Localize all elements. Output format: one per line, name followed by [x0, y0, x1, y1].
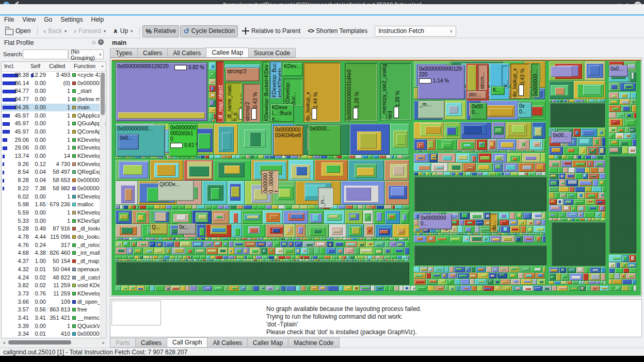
treemap-cell[interactable]	[471, 153, 478, 162]
treemap-cell[interactable]	[581, 100, 584, 102]
treemap-cell[interactable]	[214, 160, 251, 180]
treemap-cell[interactable]	[230, 205, 236, 209]
treemap-cell[interactable]	[478, 273, 488, 278]
treemap-cell[interactable]	[363, 205, 366, 209]
treemap-cell[interactable]	[358, 256, 364, 259]
treemap-cell[interactable]	[549, 173, 558, 179]
treemap-cell[interactable]	[516, 212, 522, 219]
treemap-cell[interactable]	[397, 155, 403, 158]
treemap-cell[interactable]	[156, 241, 163, 247]
treemap-block[interactable]: 0x0000000034034be8	[273, 126, 303, 156]
treemap-cell[interactable]	[549, 212, 558, 217]
treemap-cell[interactable]	[146, 238, 150, 240]
treemap-cell[interactable]	[575, 168, 585, 173]
treemap-cell[interactable]	[575, 187, 585, 191]
treemap-cell[interactable]	[502, 151, 504, 152]
treemap-cell[interactable]	[492, 122, 505, 139]
treemap-cell[interactable]	[604, 281, 605, 284]
treemap-cell[interactable]	[463, 226, 474, 233]
treemap-cell[interactable]	[404, 238, 408, 240]
treemap-cell[interactable]	[160, 205, 166, 209]
treemap-block[interactable]: _in...	[318, 187, 333, 208]
treemap-cell[interactable]	[381, 256, 384, 259]
table-row[interactable]: 4.760.24317_dl_reloca	[2, 241, 106, 250]
treemap-cell[interactable]	[263, 259, 265, 261]
treemap-cell[interactable]	[589, 100, 594, 102]
relative-to-parent-button[interactable]: Relative to Parent	[239, 25, 303, 37]
treemap-cell[interactable]	[163, 238, 168, 240]
treemap-cell[interactable]	[171, 286, 180, 291]
treemap-cell[interactable]	[268, 238, 272, 240]
treemap-cell[interactable]	[568, 286, 578, 291]
treemap-cell[interactable]	[478, 153, 492, 162]
treemap-cell[interactable]	[537, 279, 545, 285]
treemap-block[interactable]: 0x00000000002d1b100.61 %	[169, 124, 198, 157]
treemap-cell[interactable]	[242, 238, 247, 240]
treemap-cell[interactable]	[569, 187, 574, 191]
treemap-cell[interactable]	[461, 233, 463, 235]
treemap-cell[interactable]	[232, 238, 235, 240]
treemap-cell[interactable]	[150, 256, 152, 259]
treemap-cell[interactable]	[536, 273, 544, 278]
treemap-cell[interactable]	[577, 205, 585, 212]
treemap-cell[interactable]	[534, 220, 541, 225]
treemap-cell[interactable]	[371, 205, 376, 209]
treemap-cell[interactable]	[154, 205, 160, 209]
treemap-cell[interactable]	[301, 248, 308, 254]
treemap-cell[interactable]	[130, 259, 132, 261]
treemap-cell[interactable]	[585, 218, 587, 221]
treemap-cell[interactable]	[540, 151, 542, 152]
treemap-cell[interactable]	[227, 155, 232, 158]
treemap-cell[interactable]	[438, 233, 441, 235]
treemap-cell[interactable]	[620, 262, 627, 268]
treemap-cell[interactable]	[549, 205, 561, 212]
treemap-cell[interactable]	[601, 100, 605, 102]
treemap-cell[interactable]	[197, 259, 199, 261]
treemap-cell[interactable]	[518, 233, 520, 235]
treemap-cell[interactable]	[158, 256, 164, 259]
treemap-cell[interactable]	[288, 160, 314, 180]
column-header-self[interactable]: Self	[30, 63, 40, 69]
treemap-cell[interactable]	[314, 248, 319, 254]
treemap-cell[interactable]	[428, 151, 430, 152]
treemap-cell[interactable]	[491, 151, 494, 152]
table-row[interactable]: 29.060.001KDevelop::	[2, 136, 106, 144]
treemap-cell[interactable]	[394, 155, 396, 158]
treemap-cell[interactable]	[266, 241, 272, 247]
treemap-cell[interactable]	[374, 248, 382, 254]
relative-toggle-button[interactable]: %Relative	[142, 25, 179, 37]
treemap-cell[interactable]	[175, 259, 178, 261]
treemap-cell[interactable]	[564, 199, 573, 205]
treemap-cell[interactable]	[552, 286, 556, 291]
treemap-cell[interactable]	[455, 233, 457, 235]
treemap-cell[interactable]	[595, 212, 602, 217]
treemap-cell[interactable]	[294, 241, 302, 247]
treemap-cell[interactable]	[629, 146, 636, 154]
treemap-cell[interactable]	[445, 233, 447, 235]
treemap-cell[interactable]	[414, 122, 443, 139]
treemap-cell[interactable]	[266, 286, 274, 291]
treemap-cell[interactable]	[582, 155, 585, 159]
scroll-left-icon[interactable]: ◂	[1, 340, 7, 345]
treemap-cell[interactable]	[524, 273, 535, 278]
treemap-cell[interactable]	[383, 259, 385, 261]
treemap-cell[interactable]	[486, 151, 488, 152]
treemap-cell[interactable]	[205, 205, 212, 209]
treemap-cell[interactable]	[312, 238, 314, 240]
treemap-cell[interactable]	[575, 100, 580, 102]
treemap-cell[interactable]	[122, 256, 128, 259]
treemap-cell[interactable]	[385, 210, 400, 224]
treemap-cell[interactable]	[327, 238, 331, 240]
treemap-cell[interactable]	[292, 205, 300, 209]
treemap-cell[interactable]	[593, 137, 601, 146]
treemap-cell[interactable]	[529, 151, 532, 152]
treemap-cell[interactable]	[149, 241, 155, 247]
treemap-cell[interactable]	[569, 168, 575, 173]
treemap-cell[interactable]	[526, 226, 533, 233]
treemap-cell[interactable]	[451, 172, 455, 175]
treemap-cell[interactable]	[578, 212, 584, 217]
treemap-cell[interactable]	[567, 100, 569, 102]
treemap-cell[interactable]	[510, 151, 512, 152]
treemap-cell[interactable]	[622, 286, 629, 291]
treemap-cell[interactable]	[147, 259, 150, 261]
